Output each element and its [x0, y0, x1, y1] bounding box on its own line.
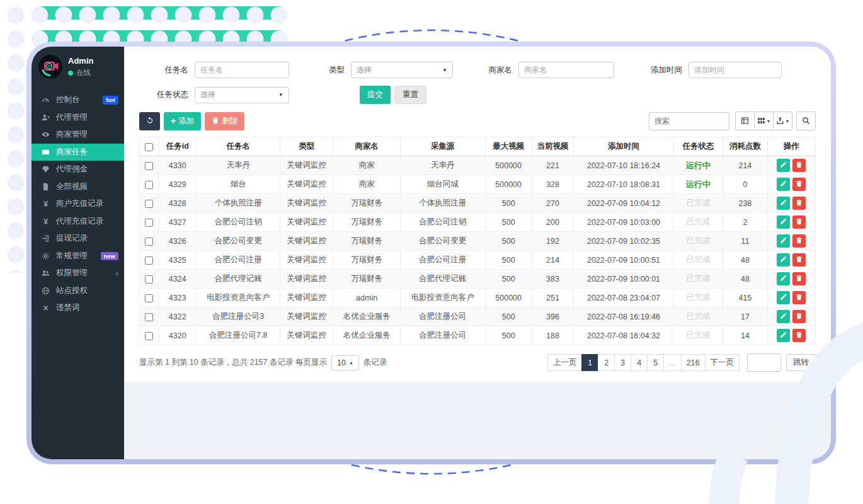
view-button-group: ▼ ▼ — [736, 112, 792, 130]
task-name-input[interactable] — [195, 62, 289, 78]
merchant-name-input[interactable] — [518, 62, 614, 78]
edit-button[interactable] — [777, 159, 790, 172]
search-button[interactable] — [796, 112, 816, 130]
type-select[interactable]: 选择 ▼ — [351, 62, 453, 78]
edit-button[interactable] — [777, 253, 790, 266]
cell-points: 415 — [723, 289, 767, 307]
cell-points: 48 — [723, 251, 767, 270]
sidebar-item-10[interactable]: 常规管理new — [31, 248, 124, 265]
cell-type: 关键词监控 — [280, 326, 333, 345]
toggle-view-button[interactable] — [735, 112, 755, 130]
jump-button[interactable]: 跳转 — [786, 354, 816, 371]
page-button-3[interactable]: 3 — [614, 354, 631, 371]
sidebar-item-label: 站点授权 — [56, 285, 88, 296]
reset-button[interactable]: 重置 — [394, 86, 426, 104]
sidebar-item-7[interactable]: ¥商户充值记录 — [31, 195, 124, 213]
cell-actions — [767, 270, 815, 289]
page-button-2[interactable]: 2 — [598, 354, 615, 371]
export-button[interactable]: ▼ — [773, 112, 792, 130]
cell-source: 合肥注册公司 — [400, 307, 485, 326]
columns-button[interactable]: ▼ — [754, 112, 774, 130]
sidebar-item-2[interactable]: 代理管理 — [31, 109, 124, 127]
cell-merchant: 万瑞财务 — [333, 232, 400, 251]
table-row: 4327合肥公司注销关键词监控万瑞财务合肥公司注销5002002022-07-0… — [140, 213, 816, 232]
prev-page-button[interactable]: 上一页 — [547, 354, 583, 371]
sidebar-item-11[interactable]: 权限管理‹ — [31, 265, 124, 282]
next-page-button[interactable]: 下一页 — [705, 354, 740, 371]
decor-dot-grid-left — [4, 51, 29, 273]
cell-current-videos: 214 — [532, 251, 573, 270]
row-delete-button[interactable] — [792, 329, 806, 342]
page-buttons: 上一页12345...216下一页 — [548, 354, 740, 371]
row-checkbox[interactable] — [145, 162, 153, 170]
row-checkbox[interactable] — [145, 294, 153, 302]
page-size-select[interactable]: 10 ▲ — [331, 355, 359, 370]
delete-button[interactable]: 删除 — [205, 112, 244, 130]
edit-button[interactable] — [777, 272, 790, 285]
edit-button[interactable] — [777, 310, 790, 323]
task-status-select[interactable]: 选择 ▼ — [195, 87, 289, 103]
row-checkbox[interactable] — [145, 219, 153, 227]
row-checkbox[interactable] — [145, 238, 153, 246]
cell-merchant: 商家 — [333, 175, 400, 194]
edit-button[interactable] — [777, 215, 790, 229]
page-button-216[interactable]: 216 — [681, 354, 706, 371]
row-delete-button[interactable] — [792, 272, 806, 285]
search-input[interactable] — [649, 112, 729, 130]
row-delete-button[interactable] — [792, 159, 806, 172]
sidebar-item-3[interactable]: 商家管理 — [31, 126, 124, 144]
edit-button[interactable] — [777, 178, 790, 191]
edit-button[interactable] — [777, 291, 790, 304]
edit-button[interactable] — [777, 234, 790, 248]
users-icon — [40, 268, 51, 278]
row-delete-button[interactable] — [792, 197, 806, 210]
sidebar-item-label: 商家任务 — [56, 147, 88, 158]
table-row: 4323电影投资意向客户关键词监控admin电影投资意向客户5000002512… — [140, 289, 816, 307]
avatar[interactable] — [38, 55, 62, 79]
cell-max-videos: 500 — [485, 251, 532, 270]
sidebar-item-8[interactable]: ¥代理充值记录 — [31, 213, 124, 231]
row-delete-button[interactable] — [792, 178, 806, 191]
sidebar-item-4[interactable]: 商家任务 — [31, 144, 124, 161]
row-checkbox[interactable] — [145, 313, 153, 321]
row-checkbox[interactable] — [145, 200, 153, 208]
row-delete-button[interactable] — [792, 310, 806, 323]
add-time-input[interactable] — [689, 62, 782, 78]
globe-icon — [40, 285, 51, 295]
sidebar-item-1[interactable]: 控制台hot — [31, 91, 124, 109]
add-button[interactable]: + 添加 — [164, 112, 201, 130]
row-delete-button[interactable] — [792, 234, 806, 248]
page-button-1[interactable]: 1 — [581, 354, 598, 371]
row-checkbox[interactable] — [145, 256, 153, 265]
edit-button[interactable] — [777, 197, 790, 210]
trash-icon — [796, 293, 803, 302]
cell-add-time: 2022-07-09 10:02:35 — [574, 232, 674, 251]
row-checkbox[interactable] — [145, 275, 153, 284]
cell-merchant: 名优企业服务 — [333, 326, 400, 345]
row-delete-button[interactable] — [792, 253, 806, 266]
table-row: 4329烟台关键词监控商家烟台同城5000003282022-07-10 18:… — [140, 175, 816, 194]
sidebar-item-9[interactable]: 提现记录 — [31, 230, 124, 248]
pencil-icon — [780, 217, 787, 227]
row-checkbox[interactable] — [145, 332, 153, 340]
sidebar-item-5[interactable]: 代理佣金 — [31, 161, 124, 178]
sidebar-item-13[interactable]: ×违禁词 — [31, 299, 124, 317]
row-delete-button[interactable] — [792, 215, 806, 229]
sidebar-item-12[interactable]: 站点授权 — [31, 282, 124, 300]
row-checkbox[interactable] — [145, 181, 153, 189]
jump-page-input[interactable] — [747, 353, 781, 372]
cell-add-time: 2022-07-09 10:00:01 — [574, 270, 674, 289]
page-button-5[interactable]: 5 — [647, 354, 664, 371]
submit-button[interactable]: 提交 — [360, 86, 391, 104]
cell-current-videos: 251 — [532, 289, 573, 307]
pencil-icon — [780, 198, 787, 208]
user-name: Admin — [68, 56, 93, 66]
trash-icon — [796, 180, 803, 189]
row-delete-button[interactable] — [792, 291, 806, 304]
select-all-checkbox[interactable] — [145, 143, 153, 151]
cell-merchant: admin — [333, 289, 400, 307]
page-button-4[interactable]: 4 — [631, 354, 648, 371]
refresh-button[interactable] — [139, 112, 160, 130]
edit-button[interactable] — [777, 329, 790, 342]
sidebar-item-6[interactable]: 全部视频 — [31, 178, 124, 196]
